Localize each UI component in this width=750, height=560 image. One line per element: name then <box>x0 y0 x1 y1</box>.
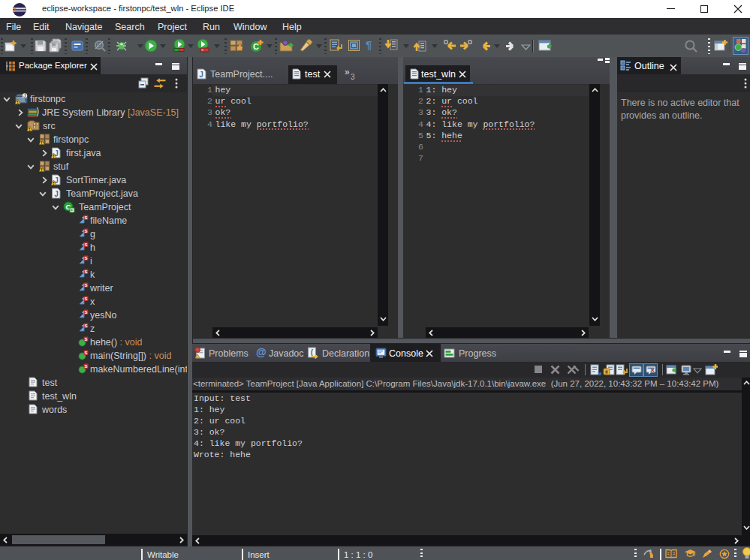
svg-text:S: S <box>84 310 87 315</box>
svg-text:S: S <box>84 215 87 220</box>
svg-text:J: J <box>23 93 26 98</box>
svg-text:S: S <box>84 229 87 233</box>
svg-text:S: S <box>84 337 87 342</box>
svg-text:S: S <box>84 324 87 328</box>
svg-text:S: S <box>84 242 87 247</box>
svg-text:S: S <box>84 256 87 260</box>
svg-text:S: S <box>84 269 87 274</box>
svg-text:S: S <box>84 351 87 355</box>
svg-text:J: J <box>54 190 59 198</box>
svg-text:S: S <box>84 283 87 288</box>
svg-text:S: S <box>84 364 87 369</box>
svg-text:S: S <box>84 297 87 301</box>
svg-text:J: J <box>199 71 203 79</box>
svg-text:C: C <box>253 42 259 51</box>
